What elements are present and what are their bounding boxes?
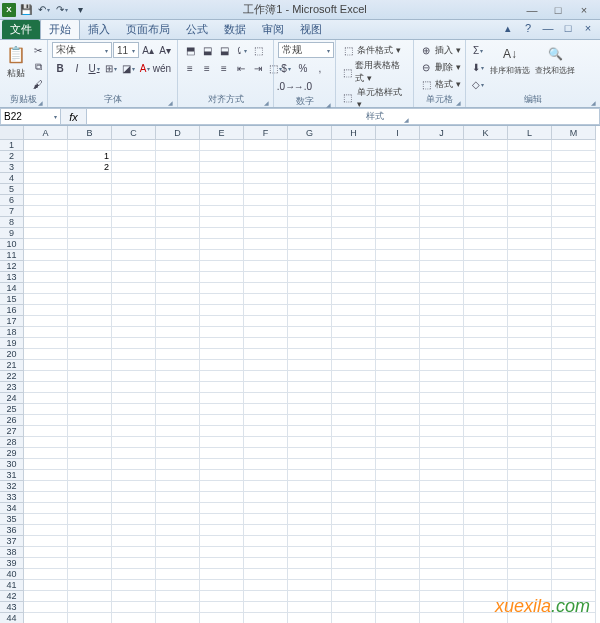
underline-button[interactable]: U: [86, 60, 102, 76]
cell[interactable]: [200, 283, 244, 294]
cell[interactable]: [244, 536, 288, 547]
cell[interactable]: [244, 415, 288, 426]
cell[interactable]: [244, 459, 288, 470]
cell[interactable]: [420, 591, 464, 602]
cell[interactable]: [112, 327, 156, 338]
cell[interactable]: [112, 228, 156, 239]
align-bottom-icon[interactable]: ⬓: [216, 42, 232, 58]
row-header[interactable]: 29: [0, 448, 24, 459]
copy-icon[interactable]: ⧉: [30, 59, 46, 75]
cell[interactable]: [244, 305, 288, 316]
cell[interactable]: [156, 272, 200, 283]
cell[interactable]: [420, 613, 464, 623]
cell[interactable]: [200, 580, 244, 591]
cell[interactable]: [200, 525, 244, 536]
cell[interactable]: [332, 239, 376, 250]
cell[interactable]: [68, 305, 112, 316]
cell[interactable]: [68, 206, 112, 217]
cell[interactable]: [288, 503, 332, 514]
cell[interactable]: [508, 514, 552, 525]
cell[interactable]: [68, 536, 112, 547]
cell[interactable]: [288, 371, 332, 382]
cell[interactable]: [464, 492, 508, 503]
cell[interactable]: [420, 569, 464, 580]
grow-font-icon[interactable]: A▴: [140, 42, 156, 58]
insert-cells-button[interactable]: ⊕插入 ▾: [418, 42, 461, 58]
cell[interactable]: [332, 613, 376, 623]
cell[interactable]: [508, 569, 552, 580]
cell[interactable]: [332, 514, 376, 525]
cell[interactable]: [200, 360, 244, 371]
row-header[interactable]: 39: [0, 558, 24, 569]
cell[interactable]: [508, 525, 552, 536]
font-color-button[interactable]: A: [137, 60, 153, 76]
cell[interactable]: [420, 525, 464, 536]
cell[interactable]: [288, 536, 332, 547]
cell[interactable]: [464, 184, 508, 195]
cell[interactable]: [288, 151, 332, 162]
cell[interactable]: [156, 283, 200, 294]
cell[interactable]: [156, 437, 200, 448]
cell[interactable]: [24, 404, 68, 415]
column-header[interactable]: K: [464, 126, 508, 140]
row-header[interactable]: 41: [0, 580, 24, 591]
cell[interactable]: [332, 580, 376, 591]
cell[interactable]: [332, 503, 376, 514]
cell[interactable]: [420, 173, 464, 184]
cell[interactable]: [200, 305, 244, 316]
cell[interactable]: [244, 162, 288, 173]
close-button[interactable]: ×: [574, 4, 594, 16]
cell[interactable]: [508, 470, 552, 481]
cell[interactable]: [464, 195, 508, 206]
cell[interactable]: [464, 217, 508, 228]
row-header[interactable]: 31: [0, 470, 24, 481]
cell[interactable]: [420, 162, 464, 173]
column-header[interactable]: D: [156, 126, 200, 140]
cell[interactable]: [156, 503, 200, 514]
cell[interactable]: [508, 448, 552, 459]
cell[interactable]: [68, 272, 112, 283]
cell[interactable]: [464, 239, 508, 250]
cell[interactable]: [288, 206, 332, 217]
cell[interactable]: [200, 162, 244, 173]
cell[interactable]: [68, 316, 112, 327]
cell[interactable]: [112, 569, 156, 580]
cell[interactable]: [244, 151, 288, 162]
cell[interactable]: [24, 261, 68, 272]
cell[interactable]: [288, 305, 332, 316]
font-size-combo[interactable]: 11▾: [113, 42, 139, 58]
cell[interactable]: [200, 195, 244, 206]
ribbon-minimize-icon[interactable]: ▴: [500, 22, 516, 35]
cell[interactable]: [244, 382, 288, 393]
cell[interactable]: [244, 481, 288, 492]
cell[interactable]: [332, 327, 376, 338]
cell[interactable]: [112, 338, 156, 349]
cell[interactable]: [552, 338, 596, 349]
cell[interactable]: [420, 481, 464, 492]
cell[interactable]: [112, 173, 156, 184]
cell[interactable]: [376, 525, 420, 536]
percent-icon[interactable]: %: [295, 60, 311, 76]
cell[interactable]: [552, 536, 596, 547]
minimize-button[interactable]: —: [522, 4, 542, 16]
workbook-max-icon[interactable]: □: [560, 22, 576, 35]
cell[interactable]: [24, 503, 68, 514]
cell[interactable]: [112, 492, 156, 503]
cell[interactable]: [420, 261, 464, 272]
cell[interactable]: [376, 217, 420, 228]
cell[interactable]: [332, 316, 376, 327]
cell[interactable]: [376, 371, 420, 382]
cell[interactable]: [112, 613, 156, 623]
cell[interactable]: [420, 206, 464, 217]
cell[interactable]: [68, 217, 112, 228]
cell[interactable]: [200, 536, 244, 547]
cell[interactable]: [552, 272, 596, 283]
cell[interactable]: [156, 569, 200, 580]
cell[interactable]: [376, 613, 420, 623]
cell[interactable]: [332, 547, 376, 558]
cell[interactable]: [244, 602, 288, 613]
cell[interactable]: [552, 558, 596, 569]
cell[interactable]: [552, 470, 596, 481]
cell[interactable]: [420, 360, 464, 371]
cell[interactable]: [376, 316, 420, 327]
